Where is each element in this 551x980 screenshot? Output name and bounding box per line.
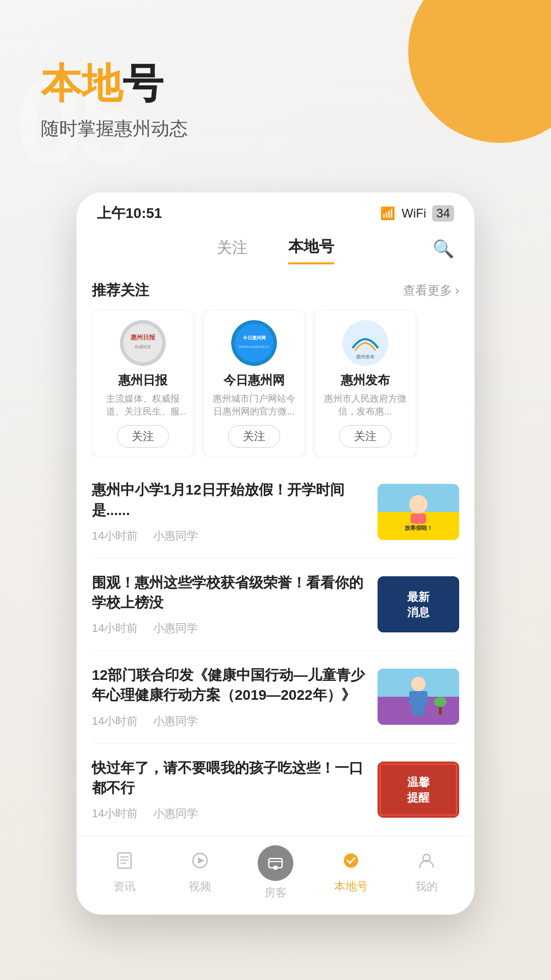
svg-rect-22 — [412, 705, 418, 716]
search-icon[interactable]: 🔍 — [433, 238, 454, 259]
nav-item-room[interactable]: 房客 — [250, 845, 301, 900]
news-content-3: 快过年了，请不要喂我的孩子吃这些！一口都不行 14小时前 小惠同学 — [92, 758, 367, 821]
recommend-header: 推荐关注 查看更多 › — [92, 281, 459, 300]
svg-point-25 — [434, 697, 446, 707]
nav-item-video[interactable]: 视频 — [174, 851, 226, 894]
news-icon — [115, 851, 134, 875]
news-item-2[interactable]: 12部门联合印发《健康中国行动—儿童青少年心理健康行动方案（2019—2022年… — [92, 651, 459, 743]
card-name-0: 惠州日报 — [118, 372, 167, 388]
nav-label-video: 视频 — [189, 879, 211, 894]
card-avatar-2: 惠州发布 — [342, 320, 388, 366]
card-name-1: 今日惠州网 — [223, 372, 285, 388]
card-desc-2: 惠州市人民政府方微信，发布惠... — [323, 393, 408, 418]
card-follow-btn-0[interactable]: 关注 — [117, 425, 169, 448]
svg-text:WWW.HUIZHOU.C: WWW.HUIZHOU.C — [239, 345, 269, 349]
card-follow-btn-2[interactable]: 关注 — [339, 425, 391, 448]
signal-icon: 📶 — [380, 206, 395, 220]
news-thumb-2 — [378, 669, 459, 725]
svg-point-5 — [235, 324, 273, 362]
nav-item-news[interactable]: 资讯 — [99, 851, 150, 894]
news-author-2: 小惠同学 — [153, 714, 198, 729]
recommend-card-2[interactable]: 惠州发布 惠州发布 惠州市人民政府方微信，发布惠... 关注 — [314, 309, 416, 457]
mine-icon — [417, 851, 436, 875]
status-icons: 📶 WiFi 34 — [380, 205, 454, 222]
news-time-1: 14小时前 — [92, 621, 138, 636]
recommend-card-1[interactable]: 今日惠州网 WWW.HUIZHOU.C 今日惠州网 惠州城市门户网站今日惠州网的… — [203, 309, 305, 457]
news-item-1[interactable]: 围观！惠州这些学校获省级荣誉！看看你的学校上榜没 14小时前 小惠同学 最新 消… — [92, 558, 459, 651]
card-avatar-1: 今日惠州网 WWW.HUIZHOU.C — [231, 320, 277, 366]
news-thumb-3: 温馨 提醒 — [378, 762, 459, 818]
svg-text:今日惠州网: 今日惠州网 — [242, 335, 266, 340]
card-follow-btn-1[interactable]: 关注 — [228, 425, 280, 448]
card-desc-0: 主流媒体、权威报道、关注民生、服务... — [101, 393, 185, 418]
svg-rect-23 — [418, 705, 424, 716]
news-title-0: 惠州中小学1月12日开始放假！开学时间是...... — [92, 480, 367, 520]
svg-rect-38 — [273, 866, 278, 870]
header-title-orange: 本地 — [41, 61, 122, 106]
news-title-1: 围观！惠州这些学校获省级荣誉！看看你的学校上榜没 — [92, 573, 367, 612]
video-icon — [190, 851, 210, 875]
nav-item-mine[interactable]: 我的 — [401, 851, 452, 894]
svg-text:温馨: 温馨 — [407, 776, 430, 789]
tab-local[interactable]: 本地号 — [288, 236, 334, 264]
news-list: 惠州中小学1月12日开始放假！开学时间是...... 14小时前 小惠同学 放寒… — [77, 465, 474, 836]
svg-rect-21 — [409, 691, 428, 705]
chevron-right-icon: › — [455, 283, 459, 298]
news-item-3[interactable]: 快过年了，请不要喂我的孩子吃这些！一口都不行 14小时前 小惠同学 温馨 提醒 — [92, 744, 459, 836]
news-item-0[interactable]: 惠州中小学1月12日开始放假！开学时间是...... 14小时前 小惠同学 放寒… — [92, 465, 459, 558]
svg-rect-15 — [378, 576, 459, 632]
recommend-more-label: 查看更多 — [403, 282, 452, 299]
bottom-nav: 资讯 视频 房客 — [77, 836, 474, 915]
status-time: 上午10:51 — [97, 204, 162, 223]
nav-label-room: 房客 — [264, 885, 287, 900]
recommend-cards: 惠州日报 权威报道 惠州日报 主流媒体、权威报道、关注民生、服务... 关注 今… — [92, 309, 459, 457]
recommend-more[interactable]: 查看更多 › — [403, 282, 459, 299]
svg-text:放寒假啦！: 放寒假啦！ — [404, 525, 433, 531]
room-icon — [258, 845, 293, 881]
news-time-3: 14小时前 — [92, 806, 138, 821]
news-meta-3: 14小时前 小惠同学 — [92, 806, 367, 821]
news-author-1: 小惠同学 — [153, 621, 198, 636]
news-time-2: 14小时前 — [92, 714, 138, 729]
header-section: 本地号 随时掌握惠州动态 — [0, 0, 551, 172]
news-time-0: 14小时前 — [92, 528, 138, 544]
recommend-title: 推荐关注 — [92, 281, 149, 300]
phone-mockup: 上午10:51 📶 WiFi 34 关注 本地号 🔍 推荐关注 查看更多 › — [77, 192, 474, 915]
card-desc-1: 惠州城市门户网站今日惠州网的官方微... — [212, 393, 296, 418]
svg-text:权威报道: 权威报道 — [134, 345, 151, 349]
svg-text:消息: 消息 — [407, 606, 430, 619]
news-thumb-0: 放寒假啦！ — [378, 484, 459, 540]
news-meta-0: 14小时前 小惠同学 — [92, 528, 367, 544]
svg-rect-26 — [378, 762, 459, 818]
news-author-3: 小惠同学 — [153, 806, 198, 821]
news-title-3: 快过年了，请不要喂我的孩子吃这些！一口都不行 — [92, 758, 367, 798]
svg-text:惠州发布: 惠州发布 — [356, 354, 374, 359]
header-subtitle: 随时掌握惠州动态 — [41, 116, 510, 141]
wifi-icon: WiFi — [402, 206, 426, 220]
news-content-2: 12部门联合印发《健康中国行动—儿童青少年心理健康行动方案（2019—2022年… — [92, 665, 367, 728]
news-meta-1: 14小时前 小惠同学 — [92, 621, 367, 636]
svg-point-1 — [123, 324, 162, 362]
svg-text:最新: 最新 — [407, 591, 430, 603]
local-icon — [341, 851, 361, 875]
news-author-0: 小惠同学 — [153, 528, 198, 544]
tab-follow[interactable]: 关注 — [217, 237, 247, 263]
news-title-2: 12部门联合印发《健康中国行动—儿童青少年心理健康行动方案（2019—2022年… — [92, 665, 367, 705]
news-content-0: 惠州中小学1月12日开始放假！开学时间是...... 14小时前 小惠同学 — [92, 480, 367, 543]
recommend-section: 推荐关注 查看更多 › 惠州日报 权威报道 惠州日报 主流媒体、权威报道、关注 — [77, 268, 474, 465]
nav-label-local: 本地号 — [334, 879, 368, 894]
svg-point-12 — [409, 495, 428, 513]
nav-label-mine: 我的 — [415, 879, 438, 894]
battery-badge: 34 — [432, 205, 454, 222]
recommend-card-0[interactable]: 惠州日报 权威报道 惠州日报 主流媒体、权威报道、关注民生、服务... 关注 — [92, 309, 194, 457]
header-title: 本地号 — [41, 61, 510, 106]
nav-item-local[interactable]: 本地号 — [325, 851, 377, 894]
svg-point-20 — [411, 677, 425, 691]
news-content-1: 围观！惠州这些学校获省级荣誉！看看你的学校上榜没 14小时前 小惠同学 — [92, 573, 367, 636]
card-name-2: 惠州发布 — [341, 372, 390, 388]
svg-marker-35 — [198, 857, 205, 864]
svg-rect-13 — [411, 513, 426, 524]
top-tabs: 关注 本地号 🔍 — [77, 228, 474, 268]
svg-text:惠州日报: 惠州日报 — [130, 334, 156, 341]
news-meta-2: 14小时前 小惠同学 — [92, 714, 367, 729]
